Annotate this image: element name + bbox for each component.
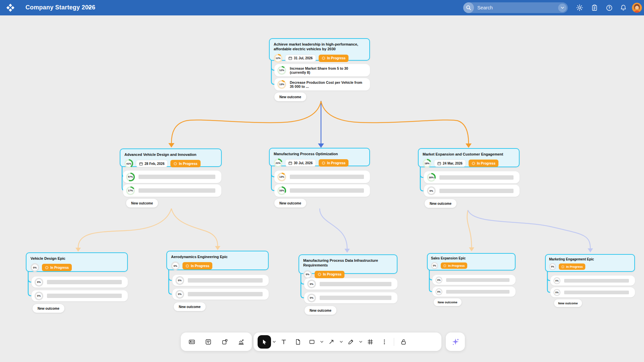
outcome-row[interactable]: 13%	[274, 171, 370, 183]
progress-ring: 0%	[35, 292, 43, 300]
outcome-row[interactable]: 0%	[432, 275, 516, 285]
ai-assistant-button[interactable]	[446, 333, 465, 351]
progress-ring: 0%	[171, 261, 180, 270]
new-outcome-button[interactable]: New outcome	[174, 302, 206, 311]
notifications-icon[interactable]	[619, 4, 627, 12]
new-outcome-button[interactable]: New outcome	[554, 299, 582, 307]
status-badge[interactable]: In Progress	[559, 263, 585, 270]
card-title: Manufacturing Process Data Infrastructur…	[303, 258, 393, 268]
analytics-icon[interactable]	[234, 335, 248, 349]
lock-tool[interactable]	[397, 335, 410, 349]
outcome-row[interactable]: 0%	[304, 278, 397, 290]
progress-ring: 0%	[307, 280, 316, 288]
outcome-row[interactable]: 0%	[550, 287, 635, 297]
progress-ring: 41%	[124, 159, 133, 168]
whiteboard-canvas[interactable]: Achieve market leadership in high-perfor…	[0, 0, 644, 362]
id-card-icon[interactable]	[185, 335, 199, 349]
new-outcome-button[interactable]: New outcome	[274, 199, 306, 207]
arrow-tool-chevron-icon[interactable]	[339, 335, 343, 349]
status-badge[interactable]: In Progress	[182, 262, 212, 269]
card-title: Advanced Vehicle Design and Innovation	[124, 152, 217, 157]
outcome-row[interactable]: 0%	[172, 275, 269, 286]
outcome-row[interactable]: 0%	[550, 276, 635, 286]
placeholder-bar	[47, 280, 122, 284]
search-placeholder: Search	[477, 5, 558, 10]
status-badge[interactable]: In Progress	[42, 264, 72, 271]
status-badge[interactable]: In Progress	[319, 55, 348, 62]
progress-ring: 0%	[175, 276, 184, 285]
calendar-icon	[288, 161, 292, 165]
due-date-chip[interactable]: 28 Feb, 2026	[136, 160, 168, 167]
text-tool[interactable]	[277, 335, 290, 349]
progress-ring: 30%	[427, 173, 436, 182]
new-outcome-button[interactable]: New outcome	[126, 199, 158, 207]
status-badge[interactable]: In Progress	[441, 262, 467, 269]
outcome-row[interactable]: 17%	[123, 184, 221, 197]
outcome-row[interactable]: 57%	[123, 171, 221, 183]
sales-epic-card[interactable]: Sales Expansion Epic 0% In Progress	[427, 253, 516, 270]
search-input[interactable]: Search	[463, 2, 568, 13]
new-outcome-button[interactable]: New outcome	[33, 304, 64, 313]
manufacturing-card[interactable]: Manufacturing Process Optimization 21% 3…	[269, 148, 370, 166]
placeholder-bar	[188, 292, 263, 296]
board-title[interactable]: Company Startegy 2026	[25, 4, 95, 11]
mfg-data-epic-card[interactable]: Manufacturing Process Data Infrastructur…	[299, 254, 397, 274]
chevron-down-icon[interactable]	[88, 6, 92, 9]
progress-ring: 13%	[277, 173, 286, 181]
due-date-chip[interactable]: 24 Mar, 2026	[434, 160, 466, 167]
objective-card[interactable]: Achieve market leadership in high-perfor…	[269, 38, 370, 61]
new-outcome-button[interactable]: New outcome	[434, 298, 462, 306]
pencil-tool-chevron-icon[interactable]	[358, 335, 363, 349]
progress-ring: 0%	[431, 262, 438, 269]
outcome-row[interactable]: 0%	[32, 277, 128, 288]
help-icon[interactable]: ?	[605, 4, 613, 12]
status-badge[interactable]: In Progress	[319, 159, 348, 167]
marketing-epic-card[interactable]: Marketing Engagement Epic 0% In Progress	[545, 254, 635, 272]
app-logo-icon[interactable]	[6, 3, 15, 12]
new-outcome-button[interactable]: New outcome	[425, 199, 457, 208]
shape-tool-chevron-icon[interactable]	[319, 335, 324, 349]
design-card[interactable]: Advanced Vehicle Design and Innovation 4…	[120, 148, 222, 167]
outcome-row[interactable]: 0%	[432, 287, 516, 297]
outcome-row[interactable]: 33%	[274, 184, 370, 197]
page-tool[interactable]	[291, 335, 305, 349]
placeholder-bar	[139, 175, 215, 179]
in-progress-icon	[443, 264, 446, 267]
search-icon[interactable]	[463, 2, 474, 13]
notes-icon[interactable]	[590, 4, 598, 12]
outcome-row[interactable]: 30%	[424, 171, 520, 183]
vehicle-epic-card[interactable]: Vehicle Design Epic 0% In Progress	[26, 252, 128, 272]
in-progress-icon	[185, 264, 189, 268]
status-badge[interactable]: In Progress	[469, 160, 498, 167]
layout-blocks-icon[interactable]	[218, 335, 231, 349]
outcome-row[interactable]: 0%	[172, 289, 269, 300]
card-title: Marketing Engagement Epic	[549, 257, 631, 261]
outcome-row[interactable]: 0%	[424, 185, 520, 197]
frame-tool[interactable]	[364, 335, 377, 349]
due-date-chip[interactable]: 31 Jul, 2026	[285, 55, 316, 62]
arrow-tool[interactable]	[325, 335, 338, 349]
new-outcome-button[interactable]: New outcome	[274, 93, 306, 101]
outcome-row[interactable]: 0%	[304, 292, 397, 303]
placeholder-bar	[139, 188, 215, 193]
avatar[interactable]	[632, 3, 642, 13]
status-badge[interactable]: In Progress	[170, 160, 200, 167]
settings-icon[interactable]	[576, 4, 584, 12]
pencil-tool[interactable]	[344, 335, 358, 349]
progress-ring: 13%	[277, 80, 286, 89]
shape-tool[interactable]	[305, 335, 319, 349]
placeholder-bar	[47, 294, 122, 298]
cursor-tool[interactable]	[258, 335, 271, 349]
search-options-chevron-icon[interactable]	[558, 4, 567, 12]
outcome-row[interactable]: 13% Decrease Production Cost per Vehicle…	[274, 78, 370, 90]
outcome-row[interactable]: 12% Increase Market Share from 5 to 30 (…	[274, 64, 370, 76]
new-outcome-button[interactable]: New outcome	[305, 306, 336, 315]
due-date-chip[interactable]: 30 Jul, 2026	[285, 159, 316, 167]
kanban-icon[interactable]	[202, 335, 215, 349]
cursor-tool-chevron-icon[interactable]	[272, 335, 276, 349]
aero-epic-card[interactable]: Aerodynamics Engineering Epic 0% In Prog…	[166, 251, 269, 270]
status-badge[interactable]: In Progress	[315, 271, 344, 278]
market-card[interactable]: Market Expansion and Customer Engagement…	[418, 148, 520, 167]
outcome-row[interactable]: 0%	[32, 290, 128, 301]
more-tool[interactable]	[378, 335, 391, 349]
